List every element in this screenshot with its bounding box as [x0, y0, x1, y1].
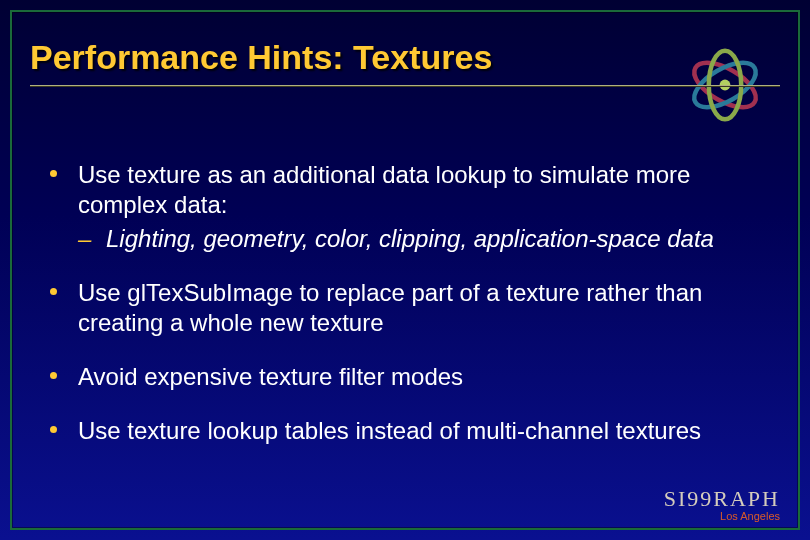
bullet-text: Use texture as an additional data lookup… [78, 161, 690, 218]
bullet-dot-icon [50, 288, 57, 295]
sub-bullet-item: – Lighting, geometry, color, clipping, a… [78, 224, 760, 254]
sub-bullet-text: Lighting, geometry, color, clipping, app… [106, 225, 714, 252]
bullet-dot-icon [50, 426, 57, 433]
bullet-item: Use texture as an additional data lookup… [50, 160, 760, 254]
bullet-item: Use texture lookup tables instead of mul… [50, 416, 760, 446]
slide-footer: SI99RAPH Los Angeles [664, 486, 780, 522]
bullet-text: Avoid expensive texture filter modes [78, 363, 463, 390]
title-underline [30, 85, 780, 87]
bullet-text: Use glTexSubImage to replace part of a t… [78, 279, 702, 336]
bullet-item: Avoid expensive texture filter modes [50, 362, 760, 392]
footer-brand: SI99RAPH [664, 486, 780, 512]
sub-dash-icon: – [78, 224, 91, 254]
slide-header: Performance Hints: Textures [30, 38, 780, 87]
bullet-text: Use texture lookup tables instead of mul… [78, 417, 701, 444]
slide-body: Use texture as an additional data lookup… [50, 160, 760, 470]
slide-title: Performance Hints: Textures [30, 38, 780, 79]
bullet-dot-icon [50, 170, 57, 177]
bullet-item: Use glTexSubImage to replace part of a t… [50, 278, 760, 338]
bullet-dot-icon [50, 372, 57, 379]
